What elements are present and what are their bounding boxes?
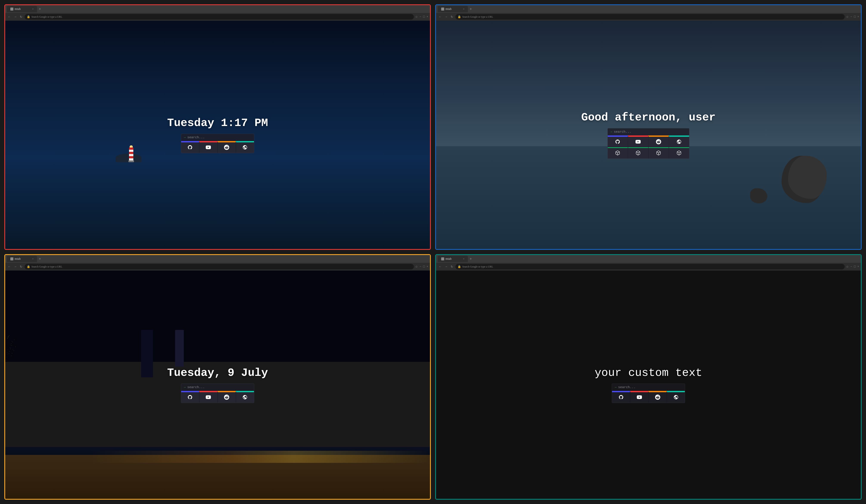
forward-btn-tr[interactable]: → bbox=[444, 15, 448, 19]
restore-btn-bl[interactable]: □ bbox=[423, 265, 425, 269]
close-btn-tr[interactable]: × bbox=[857, 15, 859, 19]
toolbar-br: ← → ↻ 🔒 Search Google or type a URL ☆ − … bbox=[436, 263, 861, 270]
reload-btn-bl[interactable]: ↻ bbox=[19, 265, 23, 269]
greeting-display-tr: Good afternoon, user bbox=[581, 111, 715, 124]
shortcut-youtube-tr[interactable] bbox=[628, 136, 648, 147]
cube1-icon-tr bbox=[615, 150, 620, 156]
new-tab-btn-bl[interactable]: + bbox=[37, 257, 43, 261]
tab-br[interactable]: mtab × bbox=[438, 256, 468, 262]
search-input-row-tl[interactable]: → search... bbox=[181, 134, 254, 141]
toolbar-actions-bl: ☆ − □ × bbox=[415, 265, 428, 269]
new-tab-btn-br[interactable]: + bbox=[468, 257, 474, 261]
forward-btn-bl[interactable]: → bbox=[13, 265, 18, 269]
building-6-bl bbox=[141, 330, 153, 377]
toolbar-tl: ← → ↻ 🔒 Search Google or type a URL ☆ − … bbox=[5, 13, 430, 21]
close-btn-tl[interactable]: × bbox=[426, 15, 428, 19]
shortcut-globe-tr[interactable] bbox=[669, 136, 689, 147]
browser-content-tr: Good afternoon, user → search... bbox=[436, 21, 861, 249]
shortcut-reddit-tl[interactable] bbox=[218, 142, 236, 153]
tab-close-tl[interactable]: × bbox=[32, 8, 34, 11]
shortcut-bar-cube3-tr bbox=[648, 147, 669, 148]
close-btn-bl[interactable]: × bbox=[426, 265, 428, 269]
tab-tr[interactable]: mtab × bbox=[438, 6, 468, 12]
restore-btn-br[interactable]: □ bbox=[854, 265, 856, 269]
minimize-btn-tr[interactable]: − bbox=[851, 15, 852, 19]
tab-close-bl[interactable]: × bbox=[32, 257, 34, 261]
star-icon-tl[interactable]: ☆ bbox=[415, 15, 418, 19]
datetime-display-tl: Tuesday 1:17 PM bbox=[167, 117, 268, 130]
reload-btn-br[interactable]: ↻ bbox=[450, 265, 454, 269]
shortcut-github-tl[interactable] bbox=[181, 142, 199, 153]
shortcut-cube4-tr[interactable] bbox=[669, 147, 689, 158]
shortcut-cube2-tr[interactable] bbox=[628, 147, 648, 158]
browser-chrome-tr: mtab × + ← → ↻ 🔒 Search Google or type a… bbox=[436, 5, 861, 21]
shortcut-reddit-bl[interactable] bbox=[218, 392, 236, 403]
star-icon-tr[interactable]: ☆ bbox=[846, 15, 849, 19]
shortcut-bar-github-bl bbox=[181, 392, 199, 392]
restore-btn-tr[interactable]: □ bbox=[854, 15, 856, 19]
address-bar-bl[interactable]: 🔒 Search Google or type a URL bbox=[24, 264, 414, 269]
address-bar-br[interactable]: 🔒 Search Google or type a URL bbox=[455, 264, 845, 269]
shortcut-bar-reddit-tr bbox=[648, 136, 669, 137]
reddit-icon-bl bbox=[224, 395, 229, 400]
new-tab-btn-tl[interactable]: + bbox=[37, 7, 43, 11]
shortcut-bar-globe-tr bbox=[669, 136, 689, 137]
shortcut-bar-yt-tr bbox=[628, 136, 648, 137]
shortcut-reddit-br[interactable] bbox=[648, 392, 667, 403]
shortcut-cube3-tr[interactable] bbox=[648, 147, 669, 158]
back-btn-br[interactable]: ← bbox=[438, 265, 443, 269]
forward-btn-tl[interactable]: → bbox=[13, 15, 18, 19]
shortcut-github-br[interactable] bbox=[612, 392, 630, 403]
search-arrow-bl: → bbox=[184, 385, 186, 389]
shortcut-globe-bl[interactable] bbox=[236, 392, 254, 403]
shortcut-bar-reddit-bl bbox=[218, 392, 236, 392]
search-input-row-tr[interactable]: → search... bbox=[608, 128, 689, 135]
shortcut-youtube-bl[interactable] bbox=[199, 392, 218, 403]
tab-tl[interactable]: mtab × bbox=[7, 6, 37, 12]
shortcut-globe-tl[interactable] bbox=[236, 142, 254, 153]
address-bar-tl[interactable]: 🔒 Search Google or type a URL bbox=[24, 14, 414, 20]
shortcut-github-bl[interactable] bbox=[181, 392, 199, 403]
shortcut-youtube-br[interactable] bbox=[630, 392, 648, 403]
close-btn-br[interactable]: × bbox=[857, 265, 859, 269]
star-icon-bl[interactable]: ☆ bbox=[415, 265, 418, 269]
reload-btn-tr[interactable]: ↻ bbox=[450, 15, 454, 19]
tab-close-br[interactable]: × bbox=[463, 257, 465, 261]
toolbar-actions-br: ☆ − □ × bbox=[846, 265, 859, 269]
browser-window-bottom-left: mtab × + ← → ↻ 🔒 Search Google or type a… bbox=[4, 254, 431, 500]
shortcut-youtube-tl[interactable] bbox=[199, 142, 218, 153]
back-btn-tl[interactable]: ← bbox=[7, 15, 12, 19]
minimize-btn-tl[interactable]: − bbox=[420, 15, 421, 19]
minimize-btn-bl[interactable]: − bbox=[420, 265, 421, 269]
forward-btn-br[interactable]: → bbox=[444, 265, 448, 269]
back-btn-bl[interactable]: ← bbox=[7, 265, 12, 269]
shortcut-globe-br[interactable] bbox=[667, 392, 685, 403]
search-input-row-bl[interactable]: → search... bbox=[181, 384, 254, 391]
reddit-icon-br bbox=[655, 395, 660, 400]
tab-bl[interactable]: mtab × bbox=[7, 256, 37, 262]
lock-icon-tr: 🔒 bbox=[457, 15, 461, 19]
shortcut-reddit-tr[interactable] bbox=[648, 136, 669, 147]
search-placeholder-tl: search... bbox=[187, 136, 205, 139]
star-icon-br[interactable]: ☆ bbox=[846, 265, 849, 269]
shortcut-grid-tl bbox=[181, 142, 254, 153]
browser-content-br: your custom text → search... bbox=[436, 270, 861, 499]
minimize-btn-br[interactable]: − bbox=[851, 265, 852, 269]
shortcut-bar-yt-br bbox=[630, 392, 648, 392]
new-tab-btn-tr[interactable]: + bbox=[468, 7, 474, 11]
restore-btn-tl[interactable]: □ bbox=[423, 15, 425, 19]
tab-label-tr: mtab bbox=[445, 7, 452, 11]
shortcut-grid-bl bbox=[181, 392, 254, 403]
tab-close-tr[interactable]: × bbox=[463, 8, 465, 11]
github-icon-br bbox=[619, 395, 624, 400]
shortcut-github-tr[interactable] bbox=[608, 136, 628, 147]
shortcut-cube1-tr[interactable] bbox=[608, 147, 628, 158]
back-btn-tr[interactable]: ← bbox=[438, 15, 443, 19]
tab-bar-bl: mtab × + bbox=[5, 255, 430, 263]
shortcut-grid-br bbox=[612, 392, 685, 403]
reload-btn-tl[interactable]: ↻ bbox=[19, 15, 23, 19]
address-bar-tr[interactable]: 🔒 Search Google or type a URL bbox=[455, 14, 845, 20]
toolbar-bl: ← → ↻ 🔒 Search Google or type a URL ☆ − … bbox=[5, 263, 430, 270]
tab-favicon-br bbox=[441, 257, 444, 260]
search-input-row-br[interactable]: → search... bbox=[612, 384, 685, 391]
